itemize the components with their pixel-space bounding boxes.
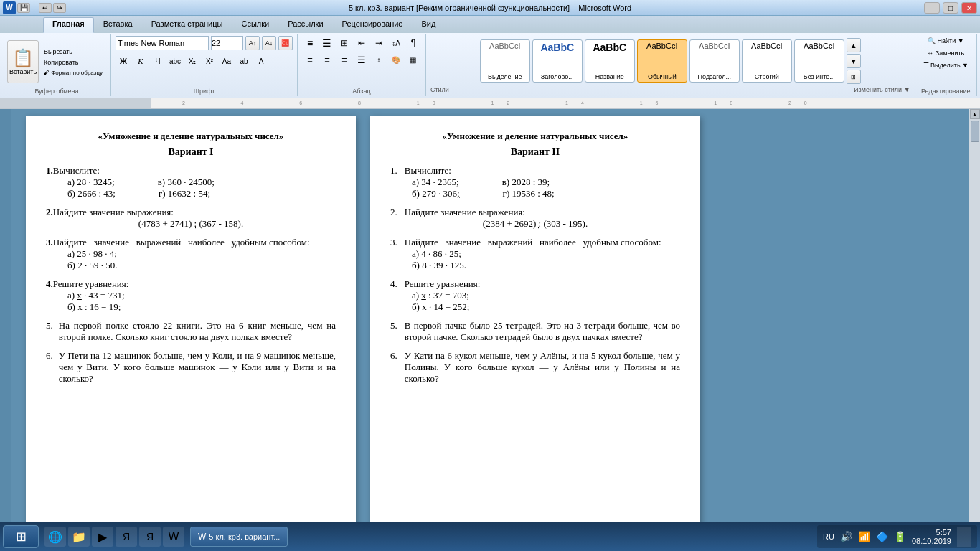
multilevel-btn[interactable]: ⊞ <box>336 36 352 50</box>
strikethrough-button[interactable]: аbc <box>167 54 183 68</box>
task5-v1: 5. На первой полке стояло 22 книги. Это … <box>46 320 336 343</box>
task2-expr-v1: (4783 + 2741) : (367 - 158). <box>46 218 336 230</box>
font-color-button[interactable]: А <box>253 54 269 68</box>
word-taskbar-btn[interactable]: W 5 кл. кр3. вариант... <box>190 527 288 547</box>
style-strict[interactable]: AaBbCcI Строгий <box>742 39 792 83</box>
styles-up-btn[interactable]: ▲ <box>847 38 861 52</box>
tray-battery[interactable]: 🔋 <box>894 531 906 542</box>
clear-format-btn[interactable]: 🆑 <box>278 36 293 50</box>
superscript-button[interactable]: Х² <box>202 54 217 68</box>
tray-network[interactable]: 📶 <box>858 531 870 542</box>
align-right-btn[interactable]: ≡ <box>336 52 352 67</box>
format-painter-button[interactable]: 🖌 Формат по образцу <box>40 68 106 77</box>
align-left-btn[interactable]: ≡ <box>302 52 318 67</box>
style-title[interactable]: AaBbC Название <box>585 39 635 83</box>
vertical-scrollbar[interactable]: ▲ ▼ <box>969 109 980 535</box>
maximize-btn[interactable]: □ <box>943 2 958 14</box>
task4-a-v2: а) x : 37 = 703; <box>412 290 680 301</box>
tray-bluetooth[interactable]: 🔷 <box>876 531 888 542</box>
scroll-thumb[interactable] <box>971 121 979 142</box>
redo-btn[interactable]: ↪ <box>53 3 66 13</box>
font-name-input[interactable] <box>116 36 209 50</box>
justify-btn[interactable]: ☰ <box>354 52 369 67</box>
decrease-indent-btn[interactable]: ⇤ <box>354 36 369 50</box>
style-subtitle[interactable]: AaBbCcI Подзагол... <box>689 39 740 83</box>
tab-view[interactable]: Вид <box>413 17 446 33</box>
undo-btn[interactable]: ↩ <box>39 3 52 13</box>
task3-a: а) 25 · 98 · 4; <box>67 248 336 260</box>
style-selection[interactable]: AaBbCcI Выделение <box>480 39 530 83</box>
cut-button[interactable]: Вырезать <box>40 47 106 57</box>
document-scroll[interactable]: «Умножение и деление натуральных чисел» … <box>11 109 969 535</box>
align-center-btn[interactable]: ≡ <box>319 52 335 67</box>
ie-icon[interactable]: 🌐 <box>44 527 66 547</box>
show-desktop-btn[interactable] <box>957 527 971 547</box>
tray-volume[interactable]: 🔊 <box>840 531 852 542</box>
increase-font-btn[interactable]: A↑ <box>245 36 260 50</box>
shading-btn[interactable]: 🎨 <box>388 52 404 67</box>
quick-save[interactable]: 💾 <box>17 3 30 13</box>
title-bar: W 💾 ↩ ↪ 5 кл. кр3. вариант [Режим ограни… <box>0 0 980 16</box>
bold-button[interactable]: Ж <box>116 54 131 68</box>
minimize-btn[interactable]: – <box>924 2 940 14</box>
tab-insert[interactable]: Вставка <box>94 17 142 33</box>
editing-group: 🔍 Найти ▼ ↔ Заменить ☰ Выделить ▼ Редакт… <box>915 34 977 96</box>
replace-button[interactable]: ↔ Заменить <box>923 48 968 58</box>
border-btn[interactable]: ▦ <box>405 52 421 67</box>
styles-down-btn[interactable]: ▼ <box>847 54 861 68</box>
case-button[interactable]: Аа <box>219 54 235 68</box>
close-btn[interactable]: ✕ <box>961 2 977 14</box>
scroll-up-btn[interactable]: ▲ <box>970 109 980 119</box>
task6-v1: 6. У Пети на 12 машинок больше, чем у Ко… <box>46 350 336 385</box>
tab-layout[interactable]: Разметка страницы <box>142 17 232 33</box>
yandex-icon[interactable]: Я <box>116 527 137 547</box>
task4-items-v1: а) x · 43 = 731; б) x : 16 = 19; <box>46 290 336 313</box>
show-marks-btn[interactable]: ¶ <box>405 36 421 50</box>
style-preview-strict: AaBbCcI <box>751 42 782 50</box>
font-row-1: A↑ A↓ 🆑 <box>116 36 293 50</box>
highlight-button[interactable]: ab <box>236 54 252 68</box>
font-size-input[interactable] <box>211 36 243 50</box>
word-btn-icon: W <box>198 532 206 542</box>
tray-datetime: 5:57 08.10.2019 <box>912 528 951 545</box>
find-button[interactable]: 🔍 Найти ▼ <box>924 36 968 46</box>
style-normal[interactable]: AaBbCcI Обычный <box>637 39 687 83</box>
yandex2-icon[interactable]: Я <box>139 527 161 547</box>
explorer-icon[interactable]: 📁 <box>68 527 90 547</box>
tab-mailings[interactable]: Рассылки <box>278 17 332 33</box>
style-nospace[interactable]: AaBbCcI Без инте... <box>794 39 844 83</box>
tab-references[interactable]: Ссылки <box>232 17 278 33</box>
system-tray: RU 🔊 📶 🔷 🔋 5:57 08.10.2019 <box>817 525 977 548</box>
italic-button[interactable]: К <box>133 54 149 68</box>
task5-v2: 5. В первой пачке было 25 тетрадей. Это … <box>390 320 680 343</box>
tab-review[interactable]: Рецензирование <box>333 17 413 33</box>
copy-button[interactable]: Копировать <box>40 57 106 67</box>
decrease-font-btn[interactable]: A↓ <box>262 36 276 50</box>
word-taskbar-icon[interactable]: W <box>163 527 184 547</box>
tab-home[interactable]: Главная <box>43 17 94 33</box>
task5-text-v1: На первой полке стояло 22 книги. Это на … <box>59 320 336 343</box>
app-icon[interactable]: W <box>3 1 16 14</box>
numbering-btn[interactable]: ☰ <box>319 36 335 50</box>
para-row2: ≡ ≡ ≡ ☰ ↕ 🎨 ▦ <box>302 52 421 67</box>
subscript-button[interactable]: Х₂ <box>184 54 200 68</box>
sort-btn[interactable]: ↕A <box>388 36 404 50</box>
line-spacing-btn[interactable]: ↕ <box>371 52 387 67</box>
page2-title: «Умножение и деление натуральных чисел» <box>390 131 680 142</box>
paste-button[interactable]: 📋 Вставить <box>7 40 39 83</box>
style-preview-title: AaBbC <box>593 42 626 53</box>
media-icon[interactable]: ▶ <box>92 527 113 547</box>
bullets-btn[interactable]: ≡ <box>302 36 318 50</box>
increase-indent-btn[interactable]: ⇥ <box>371 36 387 50</box>
style-heading[interactable]: AaBbC Заголово... <box>532 39 583 83</box>
task1-items-v1: а) 28 · 3245; в) 360 · 24500; б) 2666 : … <box>46 176 336 199</box>
ribbon-content: 📋 Вставить Вырезать Копировать 🖌 Формат … <box>0 33 980 98</box>
start-icon: ⊞ <box>16 529 27 545</box>
start-button[interactable]: ⊞ <box>3 525 39 548</box>
change-styles-btn[interactable]: Изменить стили ▼ <box>854 86 910 93</box>
task5-num-v1: 5. <box>46 320 53 343</box>
styles-more-btn[interactable]: ⊞ <box>847 70 861 84</box>
underline-button[interactable]: Ч <box>150 54 166 68</box>
select-button[interactable]: ☰ Выделить ▼ <box>920 60 972 70</box>
page-1: «Умножение и деление натуральных чисел» … <box>26 116 356 528</box>
